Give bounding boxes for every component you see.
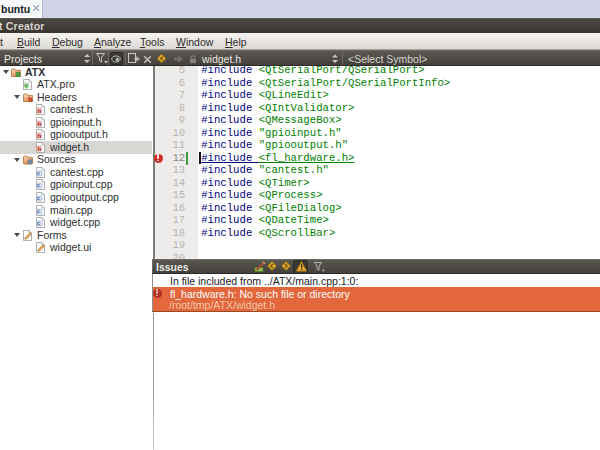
svg-text:c: c (37, 220, 40, 226)
svg-text:c: c (37, 183, 40, 189)
svg-text:h: h (28, 95, 32, 102)
svg-text:q: q (24, 82, 27, 88)
svg-text:c: c (37, 208, 40, 214)
svg-text:h: h (37, 120, 41, 126)
svg-text:h: h (37, 133, 41, 139)
svg-text:c: c (37, 195, 40, 201)
svg-text:h: h (37, 145, 41, 151)
svg-text:c: c (37, 170, 40, 176)
svg-text:h: h (37, 108, 41, 114)
